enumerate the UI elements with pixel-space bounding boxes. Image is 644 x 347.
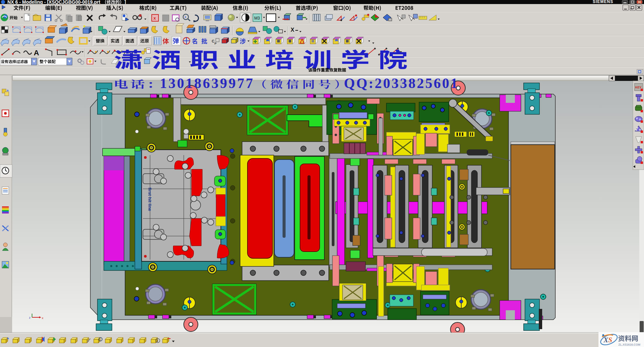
svg-text:+: + [184, 15, 186, 19]
svg-text:NX 6 - Modeling - [XSQCJGBG00-: NX 6 - Modeling - [XSQCJGBG00-0019.prt [7, 0, 100, 5]
svg-text:+: + [7, 336, 9, 341]
svg-text:KEY: KEY [635, 86, 642, 89]
svg-text:first hit line: first hit line [147, 187, 152, 211]
svg-text:X: X [291, 27, 294, 33]
svg-text:SIEMENS: SIEMENS [593, 0, 613, 4]
svg-text:M3: M3 [254, 16, 260, 21]
svg-text:+: + [7, 89, 9, 92]
svg-text:z: z [29, 316, 31, 319]
svg-text:C: C [212, 39, 214, 43]
svg-text:A: A [34, 49, 39, 57]
svg-text:i: i [157, 339, 158, 343]
svg-text:QQ:2033825601: QQ:2033825601 [344, 76, 459, 91]
svg-text:X: X [603, 336, 609, 344]
svg-text:S: S [608, 336, 612, 344]
svg-text:x: x [153, 16, 156, 21]
svg-text:13018639977: 13018639977 [160, 76, 255, 91]
svg-text:x: x [42, 316, 43, 320]
svg-text:ZL.XS1616.COM: ZL.XS1616.COM [618, 343, 640, 346]
svg-text:P: P [214, 42, 216, 45]
svg-text:]: ] [124, 0, 126, 5]
